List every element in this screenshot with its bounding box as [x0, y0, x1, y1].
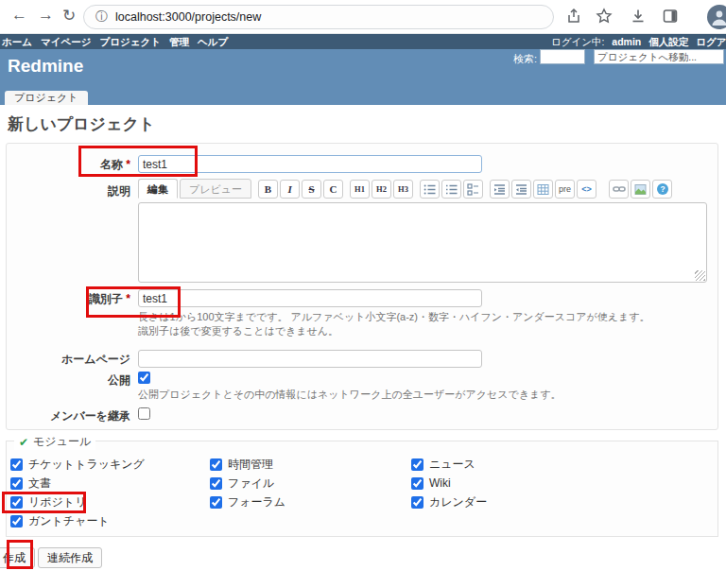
identifier-hint-2: 識別子は後で変更することはできません。 — [138, 324, 338, 338]
search-label: 検索: — [513, 52, 537, 66]
editor-tab-preview[interactable]: プレビュー — [180, 179, 251, 199]
module-files[interactable]: ファイル — [210, 474, 285, 493]
module-checkbox[interactable] — [411, 458, 424, 471]
heading2-button[interactable]: H2 — [372, 180, 391, 199]
module-checkbox[interactable] — [10, 496, 23, 509]
side-panel-icon[interactable] — [662, 8, 681, 26]
module-calendar[interactable]: カレンダー — [411, 493, 487, 511]
wiki-link-button[interactable] — [609, 180, 629, 199]
module-forums[interactable]: フォーラム — [210, 493, 285, 511]
strikethrough-button[interactable]: S — [302, 180, 321, 199]
public-hint: 公開プロジェクトとその中の情報にはネットワーク上の全ユーザーがアクセスできます。 — [138, 388, 561, 402]
inline-code-button[interactable]: C — [323, 180, 343, 199]
module-time-tracking[interactable]: 時間管理 — [210, 455, 285, 474]
public-label: 公開 — [6, 372, 130, 389]
svg-text:?: ? — [660, 184, 665, 194]
inherit-members-label: メンバーを継承 — [6, 408, 130, 424]
indent-button[interactable] — [511, 180, 531, 199]
reload-icon[interactable]: ↻ — [62, 6, 76, 26]
description-label: 説明 — [6, 183, 130, 199]
inherit-members-checkbox[interactable] — [138, 407, 150, 420]
description-textarea[interactable] — [138, 202, 707, 283]
module-checkbox[interactable] — [210, 477, 222, 490]
help-button[interactable]: ? — [652, 180, 672, 199]
site-info-icon[interactable]: ⓘ — [95, 9, 108, 26]
heading1-button[interactable]: H1 — [350, 180, 370, 199]
top-menu-projects[interactable]: プロジェクト — [99, 34, 160, 49]
download-icon[interactable] — [630, 8, 648, 26]
app-logo: Redmine — [8, 56, 83, 77]
heading3-button[interactable]: H3 — [393, 180, 413, 199]
share-icon[interactable] — [565, 8, 584, 26]
required-asterisk: * — [126, 158, 130, 171]
name-label: 名称 * — [6, 157, 130, 173]
module-checkbox[interactable] — [210, 496, 222, 509]
project-jump-select[interactable]: プロジェクトへ移動... — [594, 49, 724, 64]
task-list-button[interactable] — [463, 180, 483, 199]
homepage-input[interactable] — [138, 350, 482, 368]
homepage-label: ホームページ — [6, 352, 130, 368]
module-checkbox[interactable] — [10, 458, 23, 471]
project-name-input[interactable] — [138, 155, 482, 173]
unordered-list-button[interactable] — [420, 180, 440, 199]
browser-toolbar: ← → ↻ ⓘ localhost:3000/projects/new — [0, 0, 726, 34]
module-checkbox[interactable] — [411, 477, 424, 490]
public-checkbox[interactable] — [138, 372, 150, 384]
create-and-continue-button[interactable]: 連続作成 — [38, 547, 102, 568]
module-checkbox[interactable] — [10, 477, 23, 490]
italic-button[interactable]: I — [280, 180, 300, 199]
back-icon[interactable]: ← — [11, 6, 27, 25]
page-title: 新しいプロジェクト — [8, 113, 155, 135]
module-repository[interactable]: リポジトリ — [10, 493, 145, 511]
toggle-all-check-icon[interactable]: ✔ — [19, 436, 28, 449]
forward-icon[interactable]: → — [38, 6, 54, 25]
browser-profile-avatar[interactable] — [707, 5, 726, 29]
search-input[interactable] — [540, 49, 585, 64]
my-account-link[interactable]: 個人設定 — [648, 34, 688, 49]
address-bar[interactable]: ⓘ localhost:3000/projects/new — [83, 5, 554, 29]
resize-handle[interactable] — [695, 270, 705, 281]
bookmark-star-icon[interactable] — [596, 8, 614, 26]
url-text: localhost:3000/projects/new — [115, 10, 261, 24]
module-gantt[interactable]: ガントチャート — [10, 511, 145, 530]
redmine-top-menu: ホーム マイページ プロジェクト 管理 ヘルプ ログイン中: admin 個人設… — [0, 34, 726, 49]
identifier-label: 識別子 * — [6, 291, 130, 307]
modules-legend: ✔ モジュール — [14, 434, 95, 450]
create-button[interactable]: 作成 — [0, 547, 35, 568]
ordered-list-button[interactable] — [441, 180, 461, 199]
top-menu-help[interactable]: ヘルプ — [198, 34, 228, 49]
logged-in-label: ログイン中: — [551, 34, 604, 49]
top-menu-administration[interactable]: 管理 — [169, 34, 189, 49]
module-checkbox[interactable] — [10, 515, 23, 527]
preformatted-button[interactable]: pre — [555, 180, 575, 199]
current-user-link[interactable]: admin — [612, 34, 641, 49]
wiki-editor-toolbar: 編集 プレビュー B I S C H1 H2 H3 pre <> ? — [138, 179, 672, 199]
identifier-input[interactable] — [138, 289, 482, 307]
module-news[interactable]: ニュース — [411, 455, 487, 474]
outdent-button[interactable] — [490, 180, 510, 199]
image-button[interactable] — [631, 180, 650, 199]
logout-link[interactable]: ログアウト — [696, 34, 726, 49]
module-wiki[interactable]: Wiki — [411, 474, 487, 493]
editor-tab-edit[interactable]: 編集 — [138, 179, 178, 199]
required-asterisk: * — [126, 292, 130, 305]
identifier-hint-1: 長さは1から100文字までです。 アルファベット小文字(a-z)・数字・ハイフン… — [138, 310, 650, 324]
modules-fieldset: ✔ モジュール チケットトラッキング 文書 リポジトリ ガントチャート 時間管理… — [6, 441, 718, 537]
module-checkbox[interactable] — [411, 496, 424, 509]
module-checkbox[interactable] — [210, 458, 222, 471]
table-button[interactable] — [533, 180, 553, 199]
module-issue-tracking[interactable]: チケットトラッキング — [10, 455, 145, 474]
module-documents[interactable]: 文書 — [10, 474, 145, 493]
top-menu-home[interactable]: ホーム — [2, 34, 32, 49]
code-block-button[interactable]: <> — [577, 180, 596, 199]
tab-projects[interactable]: プロジェクト — [5, 91, 88, 105]
top-menu-my-page[interactable]: マイページ — [41, 34, 91, 49]
bold-button[interactable]: B — [258, 180, 278, 199]
